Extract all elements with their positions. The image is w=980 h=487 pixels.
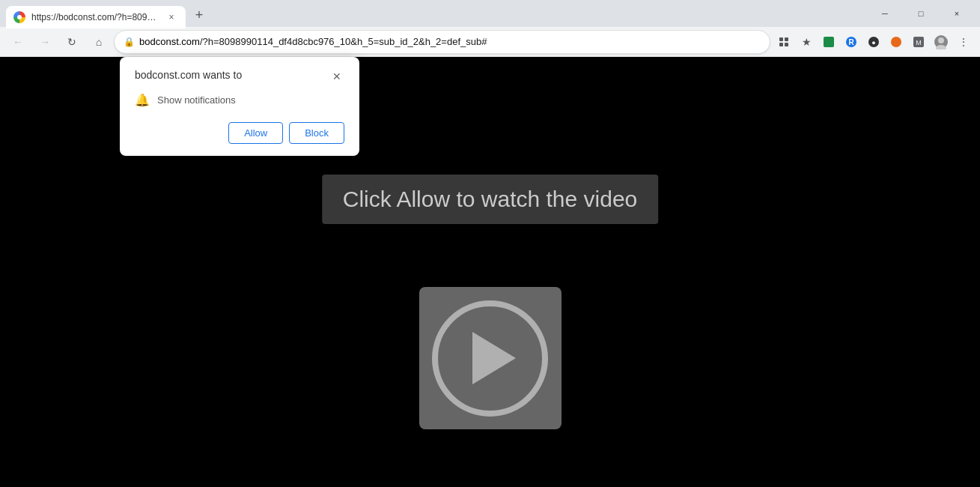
extension5-icon[interactable]: M: [908, 31, 929, 52]
home-button[interactable]: ⌂: [87, 30, 111, 54]
title-bar: https://bodconst.com/?h=80989... × + ─ □…: [0, 0, 980, 27]
content-area: bodconst.com wants to ✕ 🔔 Show notificat…: [0, 57, 980, 487]
allow-button[interactable]: Allow: [228, 122, 283, 144]
block-button[interactable]: Block: [289, 122, 344, 144]
svg-rect-2: [779, 43, 783, 46]
extension3-icon[interactable]: ●: [863, 31, 884, 52]
popup-buttons: Allow Block: [135, 122, 344, 144]
back-button[interactable]: ←: [6, 30, 30, 54]
menu-button[interactable]: ⋮: [953, 31, 974, 52]
bookmark-icon[interactable]: ★: [796, 31, 817, 52]
extensions-icon[interactable]: [773, 31, 794, 52]
profile-icon[interactable]: [931, 31, 952, 52]
tab-area: https://bodconst.com/?h=80989... × +: [6, 0, 863, 27]
tab-close-button[interactable]: ×: [165, 10, 178, 24]
window-controls: ─ □ ×: [868, 1, 974, 25]
permission-popup: bodconst.com wants to ✕ 🔔 Show notificat…: [120, 57, 359, 156]
extension1-icon[interactable]: [818, 31, 839, 52]
svg-text:R: R: [848, 38, 854, 46]
address-text: bodconst.com/?h=8098990114_df4d8cbc976_1…: [139, 36, 761, 47]
tab-label: https://bodconst.com/?h=80989...: [31, 12, 159, 22]
svg-rect-4: [824, 37, 834, 47]
maximize-button[interactable]: □: [904, 1, 938, 25]
path-text: /?h=8098990114_df4d8cbc976_10&h_5=sub_id…: [200, 36, 487, 47]
domain-text: bodconst.com: [139, 36, 200, 47]
play-circle: [432, 300, 548, 417]
tab-favicon: [13, 11, 25, 23]
extension2-icon[interactable]: R: [841, 31, 862, 52]
svg-rect-0: [779, 37, 783, 41]
lock-icon: 🔒: [124, 37, 135, 47]
svg-point-9: [891, 37, 901, 47]
minimize-button[interactable]: ─: [868, 1, 902, 25]
svg-point-13: [938, 37, 944, 43]
popup-close-button[interactable]: ✕: [329, 69, 344, 84]
svg-text:●: ●: [871, 39, 875, 46]
browser-tab[interactable]: https://bodconst.com/?h=80989... ×: [6, 6, 186, 28]
svg-text:M: M: [916, 39, 922, 46]
bell-icon: 🔔: [135, 93, 150, 107]
permission-label: Show notifications: [157, 94, 236, 106]
svg-rect-3: [785, 43, 788, 46]
popup-permission-row: 🔔 Show notifications: [135, 93, 344, 107]
svg-rect-1: [785, 37, 788, 41]
forward-button[interactable]: →: [33, 30, 57, 54]
toolbar-icons: ★ R ● M ⋮: [773, 31, 974, 52]
cta-text: Click Allow to watch the video: [322, 175, 659, 224]
nav-bar: ← → ↻ ⌂ 🔒 bodconst.com/?h=8098990114_df4…: [0, 27, 980, 57]
play-triangle-icon: [472, 332, 516, 384]
popup-header: bodconst.com wants to ✕: [135, 69, 344, 84]
new-tab-button[interactable]: +: [189, 4, 210, 25]
window-close-button[interactable]: ×: [940, 1, 974, 25]
play-button-container[interactable]: [419, 287, 561, 429]
address-bar[interactable]: 🔒 bodconst.com/?h=8098990114_df4d8cbc976…: [114, 30, 770, 54]
reload-button[interactable]: ↻: [60, 30, 84, 54]
popup-title: bodconst.com wants to: [135, 69, 242, 81]
extension4-icon[interactable]: [886, 31, 907, 52]
